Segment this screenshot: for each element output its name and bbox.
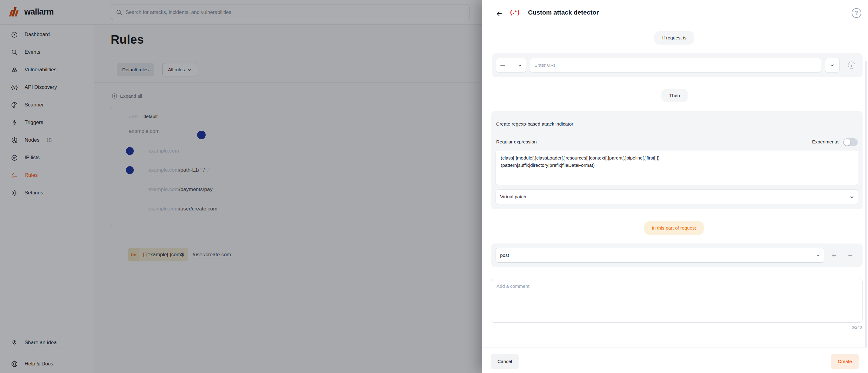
condition-operator-select[interactable]: —: [496, 58, 526, 72]
cancel-label: Cancel: [497, 359, 512, 364]
create-button[interactable]: Create: [831, 354, 859, 369]
request-part-row: post + −: [491, 244, 863, 267]
modal-overlay[interactable]: [0, 0, 482, 373]
panel-scrollbar[interactable]: [865, 61, 867, 347]
if-request-is-label: If request is: [662, 35, 686, 41]
add-point-button[interactable]: +: [832, 251, 836, 259]
experimental-toggle[interactable]: [843, 138, 858, 146]
regex-label: Regular expression: [496, 139, 537, 145]
operator-value: —: [500, 62, 505, 68]
info-icon[interactable]: i: [848, 62, 855, 69]
chevron-down-icon: [830, 64, 834, 66]
condition-expand-button[interactable]: [825, 58, 839, 72]
then-pill: Then: [661, 89, 688, 102]
cancel-button[interactable]: Cancel: [491, 354, 519, 369]
panel-header: (.*) Custom attack detector ?: [482, 0, 868, 27]
toggle-knob: [844, 139, 850, 146]
screen: wallarm Dashboard Events: [0, 0, 868, 373]
experimental-label: Experimental: [812, 139, 839, 145]
help-glyph: ?: [855, 10, 858, 16]
part-of-request-label: In this part of request: [652, 225, 696, 231]
then-label: Then: [669, 93, 680, 98]
custom-attack-detector-panel: (.*) Custom attack detector ? If request…: [482, 0, 868, 373]
action-card: Create regexp-based attack indicator Reg…: [491, 111, 863, 209]
panel-footer: Cancel Create: [482, 347, 868, 373]
comment-textarea[interactable]: [491, 279, 863, 323]
chevron-down-icon: [850, 194, 854, 199]
regex-dot-star-icon: (.*): [510, 8, 520, 16]
uri-input[interactable]: [530, 58, 821, 72]
remove-point-button[interactable]: −: [848, 251, 852, 259]
arrow-left-icon: [496, 10, 503, 17]
panel-title: Custom attack detector: [528, 9, 599, 16]
attack-type-value: Virtual patch: [500, 194, 526, 199]
chevron-down-icon: [518, 62, 522, 68]
condition-row: — i: [492, 53, 863, 77]
part-of-request-pill: In this part of request: [644, 221, 704, 235]
create-label: Create: [838, 359, 852, 364]
action-heading: Create regexp-based attack indicator: [496, 121, 573, 127]
regex-textarea[interactable]: (class[.]module[.]classLoader[.]resource…: [496, 150, 858, 185]
help-icon[interactable]: ?: [851, 8, 861, 18]
comment-counter: 0/240: [851, 325, 862, 330]
attack-type-select[interactable]: Virtual patch: [496, 189, 858, 204]
request-point-value: post: [500, 253, 509, 258]
request-point-select[interactable]: post: [496, 248, 824, 262]
chevron-down-icon: [816, 253, 820, 258]
back-button[interactable]: [494, 9, 504, 19]
if-request-is-pill: If request is: [654, 31, 694, 44]
